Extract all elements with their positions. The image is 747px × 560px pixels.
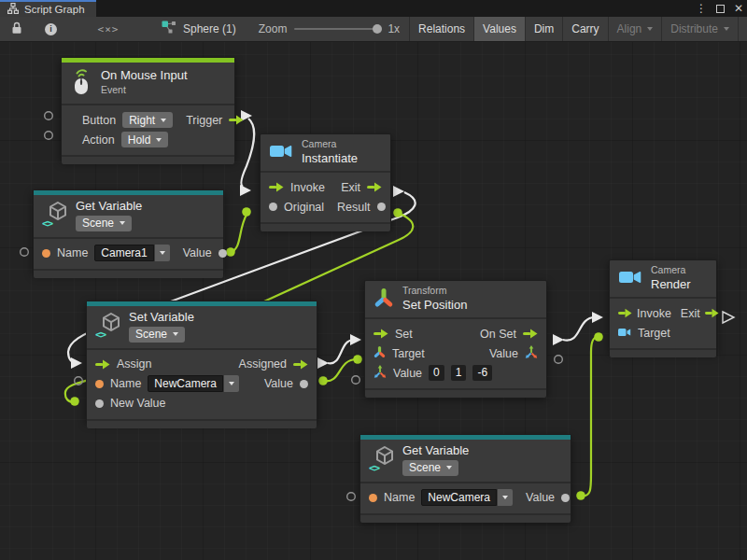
node-title: Instantiate — [302, 152, 358, 166]
node-get-variable-newcamera[interactable]: <> Get Variable Scene Name NewCamera Val… — [359, 434, 571, 522]
breadcrumb-label: Sphere (1) — [183, 22, 236, 35]
combo-dropdown-button[interactable] — [224, 375, 239, 392]
unity-variable-icon: <> — [95, 313, 120, 341]
vector-x-field[interactable]: 0 — [429, 365, 444, 381]
flow-output-port[interactable] — [293, 359, 308, 370]
button-port-label: Button — [82, 114, 116, 127]
node-footer — [261, 222, 390, 231]
vector-z-field[interactable]: -6 — [472, 365, 492, 381]
mouse-action-dropdown[interactable]: Hold — [121, 132, 169, 147]
invoke-label: Invoke — [637, 307, 671, 320]
result-port[interactable] — [377, 203, 386, 211]
code-preview-button[interactable]: <×> — [68, 17, 148, 41]
variable-name-combo[interactable]: NewCamera — [148, 375, 239, 392]
value-out-label: Value — [489, 347, 518, 360]
unity-variable-icon: <> — [42, 202, 67, 230]
variable-scope-dropdown[interactable]: Scene — [402, 460, 458, 476]
on-set-label: On Set — [480, 328, 516, 341]
window-close-icon[interactable]: ✕ — [734, 0, 743, 17]
value-port[interactable] — [300, 380, 308, 388]
window-maximize-icon[interactable] — [716, 5, 725, 13]
info-button[interactable]: i — [34, 17, 68, 41]
combo-dropdown-button[interactable] — [155, 245, 170, 261]
new-value-label: New Value — [110, 397, 166, 410]
combo-dropdown-button[interactable] — [498, 489, 513, 506]
values-button[interactable]: Values — [473, 17, 525, 41]
flow-output-port[interactable] — [229, 115, 244, 125]
value-port[interactable] — [218, 249, 227, 258]
target-label: Target — [638, 327, 670, 340]
node-footer — [62, 155, 234, 164]
variable-scope-dropdown[interactable]: Scene — [76, 216, 132, 231]
name-port[interactable] — [42, 249, 50, 258]
node-title: Set Variable — [129, 311, 194, 325]
node-set-variable[interactable]: <> Set Variable Scene Assign Assigned Na… — [86, 301, 317, 422]
flow-input-port[interactable] — [95, 359, 110, 370]
exit-label: Exit — [681, 307, 700, 320]
node-on-mouse-input[interactable]: On Mouse Input Event Button Right Trigge… — [61, 57, 235, 161]
relations-button[interactable]: Relations — [409, 17, 473, 41]
graph-tab-icon — [7, 3, 19, 16]
flow-output-port[interactable] — [367, 182, 382, 192]
node-camera-instantiate[interactable]: Camera Instantiate Invoke Exit Original … — [260, 133, 391, 229]
chevron-down-icon — [724, 27, 729, 31]
vector3-port-icon[interactable] — [374, 365, 387, 381]
node-footer — [610, 348, 716, 357]
tab-title: Script Graph — [24, 4, 85, 15]
original-port[interactable] — [269, 203, 277, 211]
exit-label: Exit — [341, 181, 360, 194]
tab-script-graph[interactable]: Script Graph — [0, 0, 96, 17]
node-get-variable-camera1[interactable]: <> Get Variable Scene Name Camera1 Value — [33, 189, 224, 273]
camera-icon — [618, 269, 642, 288]
new-value-port[interactable] — [95, 399, 104, 408]
name-port[interactable] — [369, 494, 377, 502]
distribute-button[interactable]: Distribute — [661, 17, 738, 41]
node-title: Set Position — [402, 299, 467, 313]
carry-button[interactable]: Carry — [562, 17, 607, 41]
result-label: Result — [337, 201, 370, 214]
variable-name-combo[interactable]: Camera1 — [94, 245, 169, 261]
trigger-port-label: Trigger — [186, 114, 222, 127]
node-category: Transform — [402, 286, 467, 297]
node-category: Camera — [651, 265, 691, 276]
node-camera-render[interactable]: Camera Render Invoke Exit Target — [609, 259, 717, 353]
align-button[interactable]: Align — [608, 17, 662, 41]
overview-button[interactable]: Overview — [738, 17, 747, 41]
flow-input-port[interactable] — [269, 182, 284, 192]
node-subtitle: Event — [101, 85, 188, 96]
assign-label: Assign — [117, 357, 152, 371]
variable-name-combo[interactable]: NewCamera — [421, 489, 513, 506]
flow-output-port[interactable] — [523, 329, 538, 339]
vector-y-field[interactable]: 1 — [451, 365, 467, 381]
node-footer — [365, 388, 546, 398]
node-title: Render — [651, 278, 691, 292]
invoke-label: Invoke — [290, 181, 325, 194]
dim-button[interactable]: Dim — [525, 17, 562, 41]
flow-input-port[interactable] — [618, 308, 632, 318]
value-label: Value — [183, 246, 212, 259]
vector3-port-icon[interactable] — [525, 345, 538, 361]
variable-scope-dropdown[interactable]: Scene — [129, 327, 185, 343]
node-title: Get Variable — [76, 200, 142, 214]
node-footer — [360, 513, 571, 523]
window-menu-icon[interactable]: ⋮ — [696, 0, 707, 17]
camera-icon — [269, 143, 293, 162]
flow-input-port[interactable] — [374, 329, 388, 339]
camera-port-icon[interactable] — [618, 327, 631, 340]
graph-toolbar: i <×> Sphere (1) Zoom 1x — [0, 17, 747, 42]
name-label: Name — [57, 246, 88, 259]
node-transform-set-position[interactable]: Transform Set Position Set On Set — [364, 280, 547, 397]
unity-variable-icon: <> — [369, 446, 394, 474]
value-port[interactable] — [561, 494, 570, 502]
breadcrumb[interactable]: Sphere (1) — [148, 17, 249, 41]
original-label: Original — [284, 201, 324, 214]
zoom-slider[interactable] — [294, 28, 380, 30]
mouse-button-dropdown[interactable]: Right — [122, 112, 173, 128]
transform-port-icon[interactable] — [374, 345, 386, 361]
name-port[interactable] — [95, 380, 104, 388]
flow-output-port[interactable] — [705, 308, 719, 318]
action-port-label: Action — [82, 133, 115, 147]
zoom-slider-knob[interactable] — [373, 24, 382, 34]
lock-button[interactable] — [0, 17, 34, 41]
transform-icon — [374, 287, 394, 312]
